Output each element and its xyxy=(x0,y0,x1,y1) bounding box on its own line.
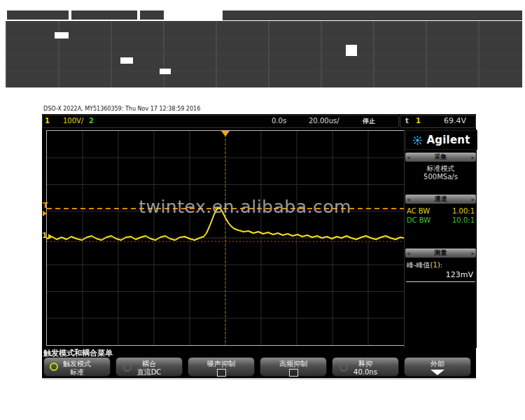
softkey-label: 噪声抑制 xyxy=(188,360,254,368)
ch1-ground-marker: 1 xyxy=(42,232,48,239)
sample-rate: 500MSa/s xyxy=(405,173,477,181)
brand-name: Agilent xyxy=(426,134,470,146)
scope-title: DSO-X 2022A, MY51360359: Thu Nov 17 12:3… xyxy=(43,106,200,112)
garbled-block xyxy=(140,10,164,20)
measurement-label: 峰-峰值(1): xyxy=(407,260,442,270)
ch1-ground-arrow-icon xyxy=(48,234,52,239)
dc-bw-value: 10.0:1 xyxy=(452,216,475,224)
trigger-level-marker: T xyxy=(43,202,48,209)
waveform-svg xyxy=(47,131,404,345)
softkey-holdoff[interactable]: 释抑 40.0ns xyxy=(332,357,399,377)
page: DSO-X 2022A, MY51360359: Thu Nov 17 12:3… xyxy=(0,0,525,420)
trigger-icon: t xyxy=(405,114,409,128)
garbled-block xyxy=(6,21,522,88)
section-arrow-left-icon: ◀ xyxy=(407,195,410,204)
status-left-box xyxy=(42,115,399,128)
measurement-label-suffix: ): xyxy=(438,261,442,269)
ch1-badge: 1 xyxy=(45,114,50,128)
softkey-label: 外部 xyxy=(405,360,470,368)
down-arrow-icon xyxy=(430,370,444,375)
garbled-artifact-region xyxy=(0,0,525,98)
ch2-badge: 2 xyxy=(89,114,94,128)
garbled-gap xyxy=(160,69,171,74)
section-measure-label: 测量 xyxy=(435,249,447,256)
garbled-block xyxy=(7,10,69,20)
garbled-gap xyxy=(120,57,133,64)
softkey-coupling[interactable]: 耦合 直流DC xyxy=(115,357,183,377)
section-arrow-left-icon: ◀ xyxy=(407,153,410,162)
noise-reject-checkbox[interactable] xyxy=(217,369,226,377)
brand-logo: Agilent xyxy=(405,130,477,150)
horizontal-position: 0.0s xyxy=(272,114,286,128)
garbled-block xyxy=(223,10,522,20)
softkey-hf-reject[interactable]: 高频抑制 xyxy=(260,357,327,377)
section-header-acquire: ◀ 采集 ▶ xyxy=(405,153,476,162)
circle-icon xyxy=(340,363,348,372)
scope-status-bar: 1 100V/ 2 0.0s 20.00us/ 停止 t 1 69.4V xyxy=(42,114,476,128)
measurement-label-prefix: 峰-峰值( xyxy=(407,261,433,269)
section-arrow-right-icon: ▶ xyxy=(471,195,475,204)
section-header-channels: ◀ 通道 ▶ xyxy=(405,195,476,204)
agilent-starburst-icon xyxy=(412,135,423,146)
hf-reject-checkbox[interactable] xyxy=(289,369,298,377)
run-state-indicator: 停止 xyxy=(363,114,375,128)
measurement-divider xyxy=(406,281,475,282)
dc-bw-label: DC BW xyxy=(407,216,430,224)
garbled-block xyxy=(71,10,137,20)
softkey-noise-reject[interactable]: 噪声抑制 xyxy=(188,357,255,377)
timebase-setting: 20.00us/ xyxy=(309,114,340,128)
waveform-display-area: twintex.en.alibaba.com xyxy=(46,130,405,346)
garbled-gap xyxy=(346,45,357,56)
ch1-scale: 100V/ xyxy=(63,114,83,128)
section-header-measure: ◀ 测量 ▶ xyxy=(405,248,476,258)
softkey-trigger-mode[interactable]: 触发模式 标准 xyxy=(43,357,111,377)
scope-bottom-edge xyxy=(42,378,476,379)
cycle-icon xyxy=(50,363,58,371)
circle-icon xyxy=(123,363,132,372)
section-arrow-right-icon: ▶ xyxy=(471,153,475,162)
right-info-panel: Agilent ◀ 采集 ▶ 标准模式 500MSa/s ◀ 通道 ▶ AC B… xyxy=(404,130,477,348)
section-acquire-label: 采集 xyxy=(435,153,447,160)
trigger-source: 1 xyxy=(416,114,421,128)
measurement-value: 123mV xyxy=(446,270,473,279)
acquire-mode: 标准模式 xyxy=(405,164,477,174)
ac-bw-value: 1.00:1 xyxy=(452,207,475,215)
section-channels-label: 通道 xyxy=(435,195,447,202)
ac-bw-label: AC BW xyxy=(407,207,430,215)
garbled-gap xyxy=(55,32,69,38)
softkey-label: 高频抑制 xyxy=(260,360,326,368)
oscilloscope-screenshot: DSO-X 2022A, MY51360359: Thu Nov 17 12:3… xyxy=(42,105,476,379)
section-arrow-right-icon: ▶ xyxy=(471,248,475,258)
trigger-level-value: 69.4V xyxy=(444,114,466,128)
section-arrow-left-icon: ◀ xyxy=(407,248,410,258)
watermark-text: twintex.en.alibaba.com xyxy=(130,197,360,217)
softkey-external[interactable]: 外部 xyxy=(404,357,471,377)
trigger-level-arrow-icon xyxy=(43,211,47,216)
